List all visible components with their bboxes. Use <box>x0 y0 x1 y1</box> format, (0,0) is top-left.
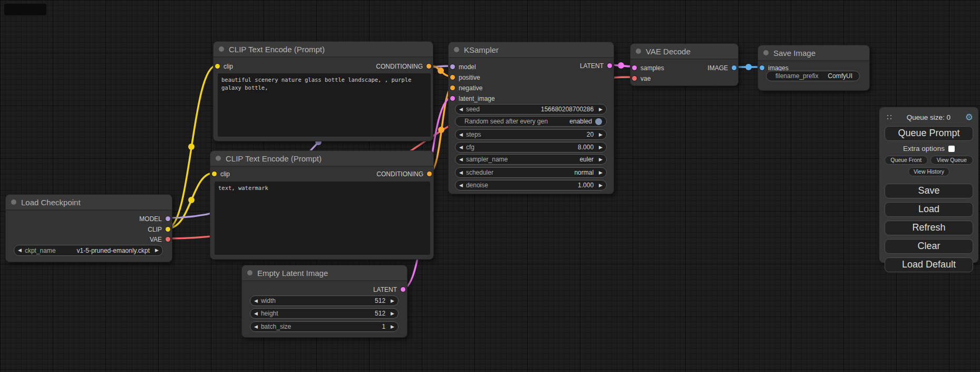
conditioning-port-icon[interactable] <box>427 171 432 176</box>
input-positive[interactable]: positive <box>450 73 480 81</box>
collapse-dot-icon[interactable] <box>247 270 253 275</box>
random-seed-toggle-widget[interactable]: Random seed after every gen enabled <box>455 116 607 127</box>
vae-port-icon[interactable] <box>166 237 170 242</box>
toggle-enabled-icon[interactable] <box>595 118 602 125</box>
refresh-button[interactable]: Refresh <box>885 221 973 235</box>
height-widget[interactable]: height 512 <box>250 308 399 319</box>
increment-arrow-icon[interactable] <box>599 132 603 137</box>
queue-panel[interactable]: Queue size: 0 Queue Prompt Extra options… <box>879 107 978 263</box>
node-title-bar[interactable]: VAE Decode <box>630 44 738 60</box>
increment-arrow-icon[interactable] <box>599 157 603 162</box>
collapse-dot-icon[interactable] <box>219 46 224 52</box>
cfg-widget[interactable]: cfg 8.000 <box>455 142 607 152</box>
output-latent[interactable]: LATENT <box>580 62 612 70</box>
node-title-bar[interactable]: Save Image <box>758 45 869 61</box>
clear-button[interactable]: Clear <box>885 239 973 254</box>
increment-arrow-icon[interactable] <box>599 107 603 112</box>
collapse-dot-icon[interactable] <box>763 50 769 55</box>
increment-arrow-icon[interactable] <box>391 311 394 316</box>
clip-port-icon[interactable] <box>166 227 170 232</box>
view-history-button[interactable]: View History <box>908 167 949 176</box>
increment-arrow-icon[interactable] <box>391 325 394 329</box>
conditioning-port-icon[interactable] <box>450 75 455 80</box>
vae-port-icon[interactable] <box>632 76 637 81</box>
queue-front-button[interactable]: Queue Front <box>885 156 928 165</box>
conditioning-port-icon[interactable] <box>450 85 455 90</box>
decrement-arrow-icon[interactable] <box>18 248 22 253</box>
steps-widget[interactable]: steps 20 <box>455 129 607 140</box>
output-image[interactable]: IMAGE <box>707 64 736 72</box>
scheduler-widget[interactable]: scheduler normal <box>455 167 607 178</box>
input-clip[interactable]: clip <box>215 62 233 70</box>
node-title-bar[interactable]: Load Checkpoint <box>6 195 172 211</box>
node-ksampler[interactable]: KSampler LATENT model positive negative … <box>448 42 614 194</box>
extra-options-checkbox[interactable] <box>948 146 955 152</box>
decrement-arrow-icon[interactable] <box>459 145 463 150</box>
output-latent[interactable]: LATENT <box>373 285 405 293</box>
output-model[interactable]: MODEL <box>139 215 170 223</box>
input-vae[interactable]: vae <box>632 74 651 82</box>
node-title-bar[interactable]: KSampler <box>449 42 614 58</box>
input-latent-image[interactable]: latent_image <box>450 94 495 102</box>
collapse-dot-icon[interactable] <box>216 156 221 161</box>
output-clip[interactable]: CLIP <box>148 225 170 233</box>
width-widget[interactable]: width 512 <box>250 295 399 306</box>
node-title-bar[interactable]: Empty Latent Image <box>242 265 407 281</box>
increment-arrow-icon[interactable] <box>599 145 603 150</box>
latent-port-icon[interactable] <box>401 287 405 292</box>
model-port-icon[interactable] <box>166 216 170 221</box>
input-clip[interactable]: clip <box>212 170 230 178</box>
conditioning-port-icon[interactable] <box>426 64 431 69</box>
increment-arrow-icon[interactable] <box>599 170 603 175</box>
node-save-image[interactable]: Save Image images filename_prefix ComfyU… <box>758 45 870 91</box>
decrement-arrow-icon[interactable] <box>459 107 463 112</box>
model-port-icon[interactable] <box>450 64 455 69</box>
view-queue-button[interactable]: View Queue <box>930 156 974 165</box>
decrement-arrow-icon[interactable] <box>254 311 258 316</box>
save-button[interactable]: Save <box>885 184 973 198</box>
node-title-bar[interactable]: CLIP Text Encode (Prompt) <box>210 151 433 167</box>
decrement-arrow-icon[interactable] <box>254 299 258 303</box>
increment-arrow-icon[interactable] <box>155 248 159 253</box>
node-load-checkpoint[interactable]: Load Checkpoint MODEL CLIP VAE ckpt_name… <box>5 194 172 262</box>
collapse-dot-icon[interactable] <box>636 49 641 54</box>
decrement-arrow-icon[interactable] <box>459 183 463 188</box>
input-negative[interactable]: negative <box>450 84 482 92</box>
load-button[interactable]: Load <box>885 202 973 217</box>
increment-arrow-icon[interactable] <box>391 299 394 303</box>
decrement-arrow-icon[interactable] <box>254 325 258 329</box>
input-model[interactable]: model <box>450 63 476 71</box>
decrement-arrow-icon[interactable] <box>459 170 463 175</box>
node-clip-text-encode-negative[interactable]: CLIP Text Encode (Prompt) clip CONDITION… <box>210 150 434 260</box>
batch-size-widget[interactable]: batch_size 1 <box>250 321 399 332</box>
decrement-arrow-icon[interactable] <box>459 157 463 162</box>
queue-prompt-button[interactable]: Queue Prompt <box>885 126 973 141</box>
node-empty-latent-image[interactable]: Empty Latent Image LATENT width 512 heig… <box>241 265 407 338</box>
input-samples[interactable]: samples <box>632 64 664 72</box>
clip-port-icon[interactable] <box>212 171 217 176</box>
latent-port-icon[interactable] <box>632 65 637 70</box>
negative-prompt-textarea[interactable]: text, watermark <box>215 182 430 255</box>
settings-gear-icon[interactable] <box>965 113 973 122</box>
node-vae-decode[interactable]: VAE Decode samples vae IMAGE <box>630 43 739 86</box>
increment-arrow-icon[interactable] <box>599 183 603 188</box>
latent-port-icon[interactable] <box>607 63 612 68</box>
clip-port-icon[interactable] <box>215 64 220 69</box>
comfyui-canvas[interactable]: { "colors": { "clip_wire": "#f2d414", "m… <box>0 0 980 372</box>
output-conditioning[interactable]: CONDITIONING <box>376 170 432 178</box>
sampler-name-widget[interactable]: sampler_name euler <box>455 154 607 165</box>
ckpt-name-widget[interactable]: ckpt_name v1-5-pruned-emaonly.ckpt <box>14 245 163 256</box>
latent-port-icon[interactable] <box>450 96 455 101</box>
collapse-dot-icon[interactable] <box>11 199 16 205</box>
filename-prefix-widget[interactable]: filename_prefix ComfyUI <box>766 71 860 81</box>
image-port-icon[interactable] <box>760 65 764 70</box>
seed-widget[interactable]: seed 156680208700286 <box>455 104 607 115</box>
panel-drag-handle-icon[interactable] <box>886 113 892 121</box>
load-default-button[interactable]: Load Default <box>885 257 973 272</box>
node-clip-text-encode-positive[interactable]: CLIP Text Encode (Prompt) clip CONDITION… <box>213 41 433 141</box>
decrement-arrow-icon[interactable] <box>459 132 463 137</box>
denoise-widget[interactable]: denoise 1.000 <box>455 180 607 190</box>
positive-prompt-textarea[interactable]: beautiful scenery nature glass bottle la… <box>218 73 431 137</box>
collapse-dot-icon[interactable] <box>454 47 459 52</box>
node-title-bar[interactable]: CLIP Text Encode (Prompt) <box>214 42 433 58</box>
